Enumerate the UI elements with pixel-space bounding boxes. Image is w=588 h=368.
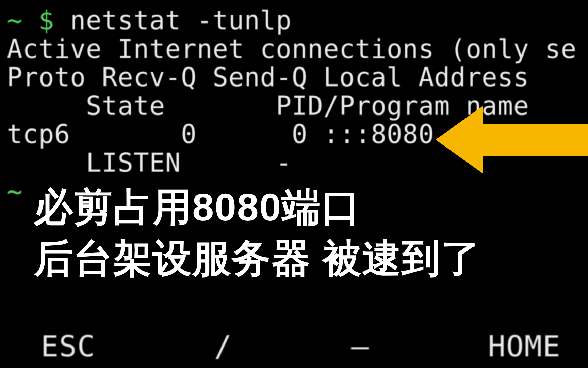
output-line-1: Active Internet connections (only se [0, 35, 588, 63]
sendq: 0 [292, 119, 308, 149]
caption-line-1: 必剪占用8080端口 [34, 185, 361, 229]
terminal-output: ~ $ netstat -tunlp Active Internet conne… [0, 0, 588, 368]
recvq: 0 [181, 119, 197, 149]
prompt-tilde: ~ $ [7, 5, 70, 35]
pid: - [276, 148, 292, 178]
col-pid: PID/Program name [276, 91, 529, 121]
key-home: HOME [488, 329, 561, 363]
key-hint-bar: ESC / — HOME [0, 329, 588, 363]
command-text: netstat -tunlp [70, 5, 292, 35]
output-line-4: tcp6 0 0 :::8080 [0, 120, 588, 149]
prompt-line: ~ $ netstat -tunlp [0, 6, 588, 35]
key-slash: / [214, 329, 232, 363]
key-esc: ESC [41, 329, 96, 363]
local-addr: :::8080 [323, 119, 434, 149]
state: LISTEN [86, 148, 181, 178]
prompt-tilde-2: ~ [7, 176, 23, 206]
col-state: State [86, 91, 165, 121]
caption-line-2: 后台架设服务器 被逮到了 [34, 236, 481, 280]
proto: tcp6 [7, 119, 70, 149]
output-line-3: State PID/Program name [0, 92, 588, 120]
key-dash: — [351, 329, 370, 363]
output-line-2: Proto Recv-Q Send-Q Local Address [0, 63, 588, 92]
output-line-5: LISTEN - [0, 149, 588, 177]
